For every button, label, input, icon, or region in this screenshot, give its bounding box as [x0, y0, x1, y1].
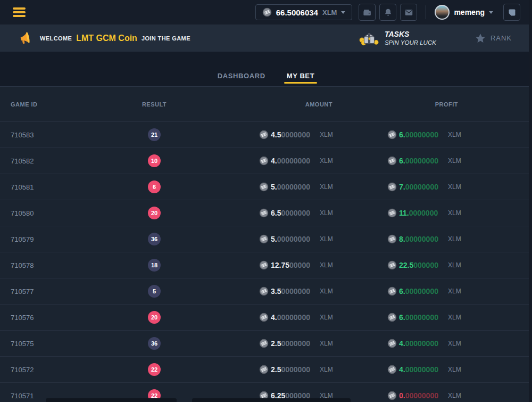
amount-zeros: 00000000 — [277, 235, 310, 243]
amount-cell: 3.50000000 XLM — [178, 286, 335, 296]
result-cell: 36 — [130, 337, 178, 350]
rank-button[interactable]: RANK — [475, 32, 512, 44]
menu-button[interactable] — [13, 7, 26, 17]
table-row[interactable]: 710580 20 6.50000000 XLM 11.0000000 XLM — [0, 200, 532, 226]
mail-icon — [404, 7, 414, 18]
profit-value: 6.00000000 — [399, 130, 446, 139]
coin-icon — [387, 391, 397, 400]
table-row[interactable]: 710577 5 3.50000000 XLM 6.00000000 XLM — [0, 278, 532, 304]
profit-significant: 22.5 — [399, 261, 413, 269]
game-id: 710580 — [11, 209, 34, 217]
table-row[interactable]: 710581 6 5.00000000 XLM 7.00000000 XLM — [0, 174, 532, 200]
game-id-cell: 710583 — [0, 131, 130, 139]
profit-zeros: 0000000 — [409, 209, 438, 217]
amount-currency: XLM — [320, 131, 333, 138]
result-badge: 18 — [148, 259, 161, 272]
game-id: 710583 — [11, 131, 34, 139]
amount-value: 2.50000000 — [271, 365, 318, 374]
game-id: 710579 — [11, 235, 34, 243]
amount-significant: 4.5 — [271, 130, 281, 139]
coin-icon — [259, 156, 269, 166]
result-badge: 10 — [148, 154, 161, 167]
amount-value: 6.50000000 — [271, 209, 318, 217]
profit-zeros: 00000000 — [405, 391, 438, 400]
result-cell: 36 — [130, 233, 178, 245]
amount-zeros: 0000000 — [281, 287, 310, 296]
messages-button[interactable] — [400, 4, 417, 21]
amount-zeros: 00000000 — [277, 183, 310, 191]
profit-zeros: 00000000 — [405, 130, 438, 139]
user-menu[interactable]: memeng — [435, 5, 493, 20]
wallet-button[interactable] — [359, 4, 376, 21]
coin-icon — [387, 260, 397, 270]
announcement-banner: WELCOME LMT GCM Coin JOIN THE GAME TASKS… — [0, 24, 532, 52]
amount-currency: XLM — [320, 314, 333, 321]
amount-cell: 5.00000000 XLM — [178, 182, 335, 192]
profit-value: 7.00000000 — [399, 183, 446, 191]
coin-icon — [259, 234, 269, 244]
profit-cell: 4.00000000 XLM — [335, 339, 461, 348]
table-row[interactable]: 710579 36 5.00000000 XLM 8.00000000 XLM — [0, 226, 532, 252]
amount-significant: 5. — [271, 235, 277, 243]
scrollbar-track[interactable] — [529, 0, 532, 402]
amount-significant: 6.5 — [271, 209, 281, 217]
amount-currency: XLM — [320, 366, 333, 373]
tab-dashboard[interactable]: DASHBOARD — [217, 72, 267, 86]
profit-value: 4.00000000 — [399, 339, 446, 348]
coin-icon — [259, 286, 269, 296]
profit-currency: XLM — [448, 183, 461, 191]
footer-panel-peek — [46, 398, 177, 402]
tasks-button[interactable]: TASKS SPIN YOUR LUCK — [359, 30, 436, 47]
amount-significant: 12.75 — [271, 261, 289, 269]
profit-zeros: 00000000 — [405, 183, 438, 191]
amount-significant: 4. — [271, 157, 277, 165]
coin-icon — [259, 182, 269, 192]
avatar — [435, 5, 450, 20]
amount-cell: 12.7500000 XLM — [178, 260, 335, 270]
table-body: 710583 21 4.50000000 XLM 6.00000000 XLM … — [0, 121, 532, 402]
amount-cell: 4.50000000 XLM — [178, 130, 335, 140]
amount-currency: XLM — [320, 235, 333, 243]
table-row[interactable]: 710583 21 4.50000000 XLM 6.00000000 XLM — [0, 121, 532, 147]
coin-icon — [387, 156, 397, 166]
notifications-button[interactable] — [379, 4, 396, 21]
amount-cell: 4.00000000 XLM — [178, 156, 335, 166]
table-row[interactable]: 710575 36 2.50000000 XLM 4.00000000 XLM — [0, 330, 532, 356]
table-row[interactable]: 710582 10 4.00000000 XLM 6.00000000 XLM — [0, 147, 532, 174]
profit-significant: 0. — [399, 391, 405, 400]
table-row[interactable]: 710572 22 2.50000000 XLM 4.00000000 XLM — [0, 356, 532, 382]
coin-icon — [387, 339, 397, 348]
tasks-subtitle: SPIN YOUR LUCK — [385, 39, 436, 46]
amount-zeros: 0000000 — [281, 209, 310, 217]
game-id-cell: 710576 — [0, 314, 130, 322]
profit-zeros: 00000000 — [405, 287, 438, 296]
treasure-chest-icon — [359, 30, 379, 47]
table-row[interactable]: 710578 18 12.7500000 XLM 22.5000000 XLM — [0, 252, 532, 278]
result-badge: 6 — [148, 181, 161, 193]
result-cell: 20 — [130, 207, 178, 219]
tab-my-bet[interactable]: MY BET — [286, 72, 315, 86]
rank-label: RANK — [491, 34, 512, 42]
result-cell: 6 — [130, 181, 178, 193]
game-id-cell: 710578 — [0, 261, 130, 269]
profit-currency: XLM — [448, 131, 461, 138]
coin-icon — [259, 339, 269, 348]
game-id: 710578 — [11, 261, 34, 269]
profit-value: 6.00000000 — [399, 313, 446, 322]
profit-currency: XLM — [448, 235, 461, 243]
table-row[interactable]: 710576 20 4.00000000 XLM 6.00000000 XLM — [0, 304, 532, 330]
game-id-cell: 710579 — [0, 235, 130, 243]
amount-currency: XLM — [320, 157, 333, 165]
coin-icon — [387, 313, 397, 322]
result-cell: 20 — [130, 311, 178, 324]
game-id-cell: 710575 — [0, 340, 130, 348]
chat-button[interactable] — [503, 4, 520, 21]
amount-zeros: 0000000 — [281, 365, 310, 374]
profit-value: 22.5000000 — [399, 261, 446, 269]
profit-cell: 6.00000000 XLM — [335, 313, 461, 322]
game-id: 710572 — [11, 366, 34, 374]
profit-currency: XLM — [448, 157, 461, 165]
balance-selector[interactable]: 66.5006034 XLM — [255, 4, 353, 20]
amount-value: 5.00000000 — [271, 183, 318, 191]
menu-bar — [13, 15, 26, 17]
